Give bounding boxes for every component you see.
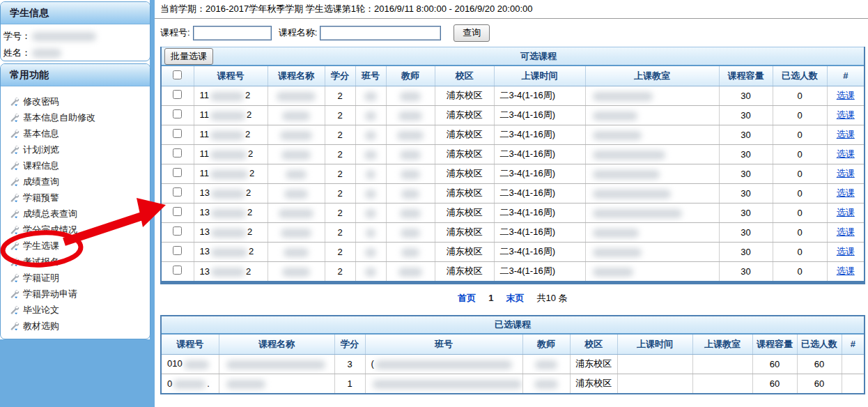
table-row: 112 2 浦东校区 二3-4(1-16周) 30 0 选课 (162, 125, 864, 144)
select-course-link[interactable]: 选课 (837, 129, 855, 139)
redacted-text (365, 112, 376, 121)
row-checkbox[interactable] (173, 90, 182, 99)
redacted-text (364, 151, 377, 160)
sidebar-item-status-certificate[interactable]: 学籍证明 (9, 270, 150, 286)
redacted-text (593, 190, 671, 199)
redacted-text (210, 170, 248, 179)
select-course-link[interactable]: 选课 (837, 148, 855, 159)
wrench-icon (9, 321, 20, 331)
redacted-text (534, 380, 558, 389)
last-page-link[interactable]: 末页 (506, 293, 525, 303)
sidebar-item-basic-info[interactable]: 基本信息 (9, 125, 150, 141)
col-credits: 学分 (334, 335, 365, 354)
select-course-link[interactable]: 选课 (837, 266, 855, 276)
query-button[interactable]: 查询 (454, 24, 490, 42)
main-content: 当前学期：2016-2017学年秋季学期 学生选课第1轮：2016/9/11 8… (155, 0, 868, 407)
sidebar-item-course-info[interactable]: 课程信息 (9, 158, 150, 174)
sidebar-item-change-password[interactable]: 修改密码 (9, 93, 150, 109)
sidebar-item-status-warning[interactable]: 学籍预警 (9, 190, 150, 206)
wrench-icon (9, 224, 20, 235)
redacted-text (593, 131, 642, 140)
current-page: 1 (488, 293, 493, 303)
select-course-link[interactable]: 选课 (837, 109, 855, 120)
course-name-input[interactable] (320, 26, 441, 40)
row-checkbox[interactable] (173, 187, 182, 197)
sidebar-bottom-fill (0, 339, 155, 407)
select-course-link[interactable]: 选课 (837, 90, 855, 100)
first-page-link[interactable]: 首页 (458, 293, 476, 303)
row-checkbox[interactable] (173, 266, 182, 275)
select-course-link[interactable]: 选课 (837, 187, 855, 198)
redacted-text (211, 248, 247, 257)
redacted-text (365, 248, 376, 257)
wrench-icon (9, 208, 20, 219)
col-course-name: 课程名称 (219, 335, 334, 354)
sidebar-item-exam-registration[interactable]: 考试报名 (9, 254, 150, 270)
redacted-text (401, 190, 419, 199)
select-all-checkbox[interactable] (173, 70, 182, 79)
select-course-link[interactable]: 选课 (837, 246, 855, 256)
redacted-text (280, 131, 312, 140)
row-checkbox[interactable] (173, 207, 182, 216)
sidebar-item-grade-summary-query[interactable]: 成绩总表查询 (9, 206, 150, 222)
col-class-no: 班号 (355, 66, 386, 86)
sidebar-item-status-change-apply[interactable]: 学籍异动申请 (9, 286, 150, 302)
redacted-text (398, 112, 422, 121)
select-course-link[interactable]: 选课 (837, 226, 855, 237)
wrench-icon (9, 128, 20, 139)
redacted-text (277, 92, 316, 101)
col-action: # (842, 335, 864, 354)
row-checkbox[interactable] (173, 109, 182, 118)
functions-menu: 修改密码 基本信息自助修改 基本信息 计划浏览 课程信息 成绩查询 学籍预警 成… (1, 86, 150, 334)
sidebar-item-graduation-thesis[interactable]: 毕业论文 (9, 302, 150, 318)
col-room: 上课教室 (692, 335, 752, 354)
wrench-icon (9, 96, 20, 107)
redacted-text (593, 170, 660, 179)
functions-panel: 常用功能 修改密码 基本信息自助修改 基本信息 计划浏览 课程信息 成绩查询 学… (0, 63, 150, 339)
table-row: 132 2 浦东校区 二3-4(1-16周) 30 0 选课 (162, 222, 864, 242)
redacted-text (593, 248, 642, 257)
sidebar-item-plan-browse[interactable]: 计划浏览 (9, 141, 150, 158)
available-courses-table: 批量选课 可选课程 课程号 课程名称 学分 班号 教师 校区 上课时间 上课教室… (160, 47, 865, 284)
pagination: 首页1末页共10 条 (160, 292, 865, 305)
redacted-text (210, 131, 244, 140)
table-row: 0. 1 浦东校区 60 60 (162, 374, 864, 393)
student-info-title: 学生信息 (1, 2, 150, 24)
course-no-input[interactable] (193, 26, 272, 40)
redacted-text (226, 360, 325, 369)
col-enrolled: 已选人数 (773, 66, 827, 86)
wrench-icon (9, 289, 20, 299)
sidebar-item-textbook-purchase[interactable]: 教材选购 (9, 318, 150, 334)
row-checkbox[interactable] (173, 129, 182, 138)
sidebar-item-grade-query[interactable]: 成绩查询 (9, 174, 150, 190)
redacted-text (535, 360, 557, 369)
redacted-text (281, 151, 311, 160)
redacted-text (593, 268, 633, 277)
sidebar-item-student-course-select[interactable]: 学生选课 (9, 238, 150, 254)
redacted-text (281, 229, 311, 238)
redacted-text (365, 209, 376, 218)
select-course-link[interactable]: 选课 (837, 168, 855, 178)
selected-courses-table: 已选课程 课程号 课程名称 学分 班号 教师 校区 上课时间 上课教室 课程容量… (160, 315, 865, 394)
table-row: 112 2 浦东校区 二3-4(1-16周) 30 0 选课 (162, 144, 864, 164)
batch-select-button[interactable]: 批量选课 (164, 48, 213, 65)
row-checkbox[interactable] (173, 148, 182, 158)
total-count: 共10 条 (537, 293, 568, 303)
redacted-text (211, 190, 245, 199)
row-checkbox[interactable] (173, 226, 182, 236)
sidebar-item-credit-completion[interactable]: 学分完成情况 (9, 222, 150, 238)
redacted-student-id (32, 32, 96, 41)
col-course-no: 课程号 (162, 335, 219, 354)
col-credits: 学分 (325, 66, 355, 86)
table-row: 112 2 浦东校区 二3-4(1-16周) 30 0 选课 (162, 105, 864, 125)
redacted-text (400, 151, 421, 160)
semester-info: 当前学期：2016-2017学年秋季学期 学生选课第1轮：2016/9/11 8… (155, 0, 868, 19)
row-checkbox[interactable] (173, 168, 182, 177)
redacted-text (211, 268, 245, 277)
select-course-link[interactable]: 选课 (837, 207, 855, 217)
redacted-text (284, 248, 309, 257)
redacted-text (373, 380, 522, 389)
sidebar-item-basic-info-self-edit[interactable]: 基本信息自助修改 (9, 109, 150, 125)
row-checkbox[interactable] (173, 246, 182, 255)
redacted-text (593, 151, 665, 160)
